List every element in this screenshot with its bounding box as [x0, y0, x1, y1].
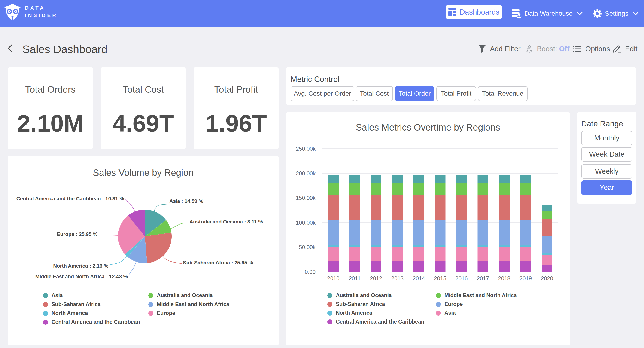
svg-text:200.00k: 200.00k [296, 170, 316, 177]
svg-text:2012: 2012 [370, 275, 382, 281]
svg-text:2015: 2015 [434, 275, 446, 281]
svg-text:2019: 2019 [520, 275, 532, 281]
svg-text:150.00k: 150.00k [296, 195, 316, 201]
svg-text:2014: 2014 [412, 275, 425, 281]
svg-text:North America : 2.16 %: North America : 2.16 % [53, 263, 108, 269]
svg-text:Europe : 25.95 %: Europe : 25.95 % [57, 231, 98, 237]
svg-text:2020: 2020 [541, 275, 553, 281]
svg-text:250.00k: 250.00k [296, 146, 316, 152]
svg-text:0.00: 0.00 [305, 269, 316, 275]
svg-text:Central America and the Caribb: Central America and the Caribbean : 10.8… [16, 196, 124, 201]
svg-text:2010: 2010 [327, 275, 339, 281]
svg-text:Asia : 14.59 %: Asia : 14.59 % [169, 198, 203, 204]
svg-text:2018: 2018 [498, 275, 510, 281]
svg-text:50.00k: 50.00k [299, 244, 316, 250]
svg-text:2016: 2016 [455, 275, 468, 281]
svg-text:Sub-Saharan Africa : 25.95 %: Sub-Saharan Africa : 25.95 % [183, 260, 253, 265]
svg-text:2011: 2011 [349, 275, 361, 281]
svg-text:2013: 2013 [391, 275, 404, 281]
svg-text:2017: 2017 [477, 275, 489, 281]
svg-text:100.00k: 100.00k [296, 219, 316, 226]
svg-text:Middle East and North Africa :: Middle East and North Africa : 12.43 % [35, 274, 128, 279]
svg-text:Australia and Oceania : 8.11 %: Australia and Oceania : 8.11 % [190, 219, 263, 225]
